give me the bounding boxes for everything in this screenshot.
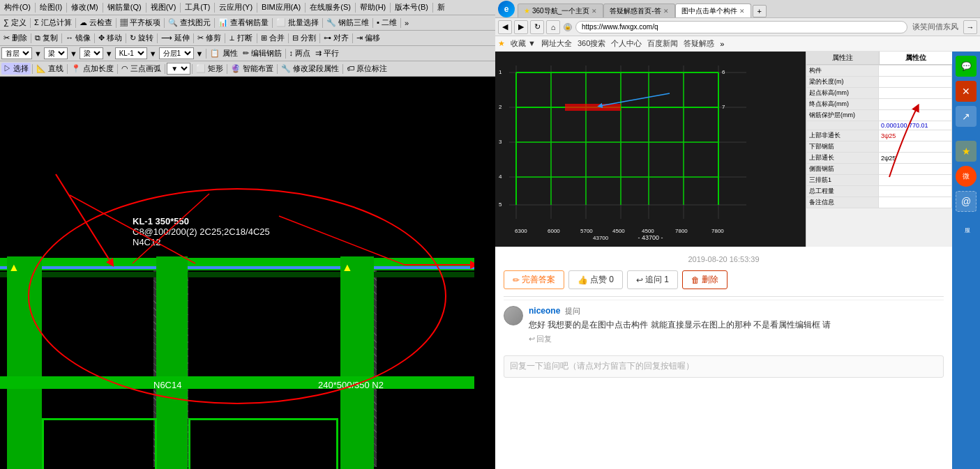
property-tab-annotation[interactable]: 属性注: [806, 52, 880, 64]
offset-btn[interactable]: ⇥ 偏移: [354, 32, 382, 44]
tab-qa-home[interactable]: 答疑解惑首页-答 ✕: [603, 3, 674, 17]
sidebar-star-icon[interactable]: ★: [956, 141, 977, 162]
like-btn[interactable]: 👍 点赞 0: [568, 270, 623, 289]
mirror-btn[interactable]: ↔ 镜像: [63, 32, 93, 44]
followup-btn[interactable]: ↩ 追问 1: [627, 270, 678, 289]
search-go-btn[interactable]: →: [963, 20, 977, 34]
svg-text:7800: 7800: [675, 228, 688, 234]
cloud-check-btn[interactable]: ☁ 云检查: [77, 17, 114, 29]
back-btn[interactable]: ◀: [498, 20, 512, 34]
reply-input[interactable]: 回复一下追问吧（请点对方留言下的回复按钮喔）: [504, 355, 944, 378]
menu-cloud[interactable]: 云应用(Y): [216, 1, 255, 13]
menu-help[interactable]: 帮助(H): [357, 1, 389, 13]
line-btn[interactable]: 📐 直线: [34, 63, 66, 75]
find-elem-btn[interactable]: 🔍 查找图元: [166, 17, 213, 29]
mini-cad-preview: 6300 6000 5700 4500 4500 7800 7800 43700: [495, 52, 806, 247]
menu-new[interactable]: 新: [435, 1, 448, 13]
parallel-btn[interactable]: ⇉ 平行: [313, 47, 341, 59]
define-btn[interactable]: ∑ 定义: [1, 17, 29, 29]
arc-mode-select[interactable]: ▼: [167, 63, 190, 75]
delete-btn[interactable]: ✂ 删除: [1, 32, 29, 44]
tab-qa-home-close[interactable]: ✕: [663, 8, 669, 15]
svg-text:4: 4: [499, 174, 502, 180]
tab-360-nav[interactable]: ★ 360导航_一个主页 ✕: [518, 3, 603, 17]
sidebar-wechat-icon[interactable]: 💬: [956, 56, 977, 77]
home-btn[interactable]: ⌂: [546, 20, 560, 34]
break-btn[interactable]: ⊥ 打断: [227, 32, 255, 44]
select-btn[interactable]: ▷ 选择: [1, 63, 31, 75]
menu-view[interactable]: 视图(V): [148, 1, 179, 13]
menu-rebar-qty[interactable]: 钢筋量(Q): [105, 1, 144, 13]
floor-select[interactable]: 首层: [1, 47, 32, 59]
align-btn[interactable]: ⊶ 对齐: [322, 32, 351, 44]
level-slab-btn[interactable]: ▦ 平齐板项: [118, 17, 163, 29]
modify-beam-btn[interactable]: 🔧 修改梁段属性: [279, 63, 341, 75]
delete-btn[interactable]: 🗑 删除: [682, 270, 728, 289]
copy-btn[interactable]: ⧉ 复制: [33, 32, 60, 44]
calc-btn[interactable]: Σ 汇总计算: [32, 17, 74, 29]
new-tab-btn[interactable]: +: [753, 5, 767, 17]
trim-btn[interactable]: ✂ 修剪: [195, 32, 223, 44]
tab-click-component[interactable]: 图中点击单个构件 ✕: [675, 3, 751, 17]
qa-action-buttons: ✏ 完善答案 👍 点赞 0 ↩ 追问 1 🗑: [504, 266, 944, 293]
sidebar-email-icon[interactable]: @: [956, 191, 977, 212]
bookmark-qa[interactable]: 答疑解惑: [684, 38, 714, 49]
sidebar-weibo-icon[interactable]: 微: [956, 166, 977, 187]
address-bar[interactable]: [575, 21, 907, 33]
edit-rebar-btn[interactable]: ✏ 编辑钢筋: [241, 47, 284, 59]
component-select[interactable]: 梁: [44, 47, 68, 59]
bookmark-nav[interactable]: 网址大全: [541, 38, 572, 49]
menu-version[interactable]: 版本号(B): [392, 1, 431, 13]
bookmark-more[interactable]: »: [720, 40, 724, 48]
sidebar-close-icon[interactable]: ✕: [956, 81, 977, 102]
bookmark-personal[interactable]: 个人中心: [611, 38, 642, 49]
improve-answer-btn[interactable]: ✏ 完善答案: [504, 270, 564, 289]
nav-bar: ◀ ▶ ↻ ⌂ 🔒 谈笑间借东风 →: [495, 18, 980, 36]
rebar-3d-btn[interactable]: 🔧 钢筋三维: [324, 17, 371, 29]
point-length-btn[interactable]: 📍 点加长度: [69, 63, 116, 75]
forward-btn[interactable]: ▶: [514, 20, 528, 34]
answer-action: 提问: [565, 307, 580, 315]
menu-modify[interactable]: 修改(M): [68, 1, 101, 13]
svg-text:6000: 6000: [548, 228, 560, 234]
bookmark-favorites[interactable]: 收藏 ▼: [511, 38, 536, 49]
extend-btn[interactable]: ⟶ 延伸: [159, 32, 192, 44]
reply-link[interactable]: ↩ 回复: [529, 334, 552, 344]
layer-select[interactable]: 分层1: [159, 47, 194, 59]
view-rebar-btn[interactable]: 📊 查看钢筋量: [216, 17, 271, 29]
svg-text:6: 6: [722, 69, 725, 75]
separator: [257, 33, 257, 43]
bottom-frame2: [188, 418, 338, 469]
arc-btn[interactable]: ◠ 三点画弧: [119, 63, 163, 75]
refresh-btn[interactable]: ↻: [530, 20, 544, 34]
menu-component[interactable]: 构件(O): [1, 1, 33, 13]
two-point-btn[interactable]: ↕ 两点: [287, 47, 313, 59]
property-tab-position[interactable]: 属性位: [880, 52, 952, 64]
2d-btn[interactable]: ▪ 二维: [375, 17, 399, 29]
answer-username[interactable]: niceone: [529, 306, 560, 316]
property-btn[interactable]: 📋 属性: [208, 47, 239, 59]
rect-btn[interactable]: ⬜ 矩形: [194, 63, 225, 75]
cad-canvas[interactable]: ▲ ▲ KL-1 350*550 C8@100/200(2) 2C25;2C18…: [0, 77, 495, 469]
menu-tools[interactable]: 工具(T): [182, 1, 213, 13]
smart-layout-btn[interactable]: 🔮 智能布置: [229, 63, 276, 75]
property-row: 0.000100.770.01: [807, 121, 952, 130]
sidebar-share-icon[interactable]: ↗: [956, 106, 977, 127]
bookmark-baidu-news[interactable]: 百度新闻: [647, 38, 678, 49]
type-select[interactable]: 梁: [80, 47, 103, 59]
menu-draw[interactable]: 绘图(I): [37, 1, 65, 13]
move-btn[interactable]: ✥ 移动: [96, 32, 124, 44]
menu-online[interactable]: 在线服务(S): [307, 1, 354, 13]
more-btn[interactable]: »: [402, 18, 411, 28]
tab-360-nav-close[interactable]: ✕: [591, 8, 597, 15]
split-btn[interactable]: ⊟ 分割: [290, 32, 318, 44]
bookmark-360search[interactable]: 360搜索: [578, 38, 605, 49]
tab-click-component-close[interactable]: ✕: [739, 8, 745, 15]
rotate-btn[interactable]: ↻ 旋转: [128, 32, 156, 44]
batch-select-btn[interactable]: ⬜ 批量选择: [274, 17, 321, 29]
beam-select[interactable]: KL-1: [115, 47, 147, 59]
weibo-symbol: 微: [963, 171, 970, 181]
menu-bim[interactable]: BIM应用(A): [259, 1, 303, 13]
merge-btn[interactable]: ⊞ 合并: [259, 32, 287, 44]
in-place-label-btn[interactable]: 🏷 原位标注: [345, 63, 389, 75]
